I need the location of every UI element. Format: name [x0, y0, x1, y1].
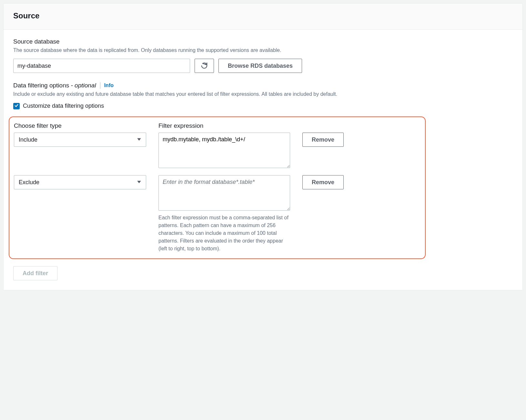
- info-link[interactable]: Info: [104, 83, 114, 88]
- remove-filter-button[interactable]: Remove: [302, 175, 344, 189]
- data-filtering-description: Include or exclude any existing and futu…: [13, 90, 513, 98]
- chevron-down-icon: [137, 179, 141, 186]
- source-database-description: The source database where the data is re…: [13, 46, 513, 54]
- filter-expression-input[interactable]: [158, 175, 290, 211]
- source-database-input[interactable]: [13, 59, 190, 73]
- data-filtering-section: Data filtering options - optional Info I…: [13, 82, 513, 280]
- filter-help-text: Each filter expression must be a comma-s…: [158, 214, 290, 253]
- filter-type-select[interactable]: Include: [14, 133, 146, 147]
- checkmark-icon: [14, 103, 19, 109]
- chevron-down-icon: [137, 136, 141, 143]
- filter-type-select[interactable]: Exclude: [14, 175, 146, 189]
- customize-filtering-checkbox[interactable]: [13, 103, 20, 109]
- panel-title: Source: [13, 11, 513, 20]
- filter-expression-header: Filter expression: [158, 122, 290, 129]
- browse-rds-button[interactable]: Browse RDS databases: [218, 59, 302, 73]
- filter-type-value: Exclude: [19, 179, 39, 186]
- refresh-icon: [201, 62, 208, 70]
- customize-filtering-label[interactable]: Customize data filtering options: [23, 103, 104, 109]
- remove-filter-button[interactable]: Remove: [302, 133, 344, 147]
- data-filtering-label: Data filtering options - optional: [13, 82, 96, 89]
- source-panel: Source Source database The source databa…: [3, 3, 523, 290]
- filter-row: Include Remove: [14, 133, 508, 168]
- filter-highlight-box: Choose filter type Filter expression Inc…: [9, 116, 426, 259]
- panel-header: Source: [4, 4, 522, 30]
- filter-row: Exclude Remove: [14, 175, 508, 211]
- separator: [100, 82, 100, 89]
- filter-type-value: Include: [19, 136, 37, 143]
- filter-expression-input[interactable]: [158, 133, 290, 168]
- source-database-label: Source database: [13, 38, 513, 45]
- filter-type-header: Choose filter type: [14, 122, 146, 129]
- panel-body: Source database The source database wher…: [4, 30, 522, 290]
- source-database-section: Source database The source database wher…: [13, 38, 513, 73]
- refresh-button[interactable]: [195, 59, 214, 73]
- svg-marker-1: [137, 181, 141, 183]
- add-filter-button[interactable]: Add filter: [13, 266, 57, 280]
- svg-marker-0: [137, 138, 141, 141]
